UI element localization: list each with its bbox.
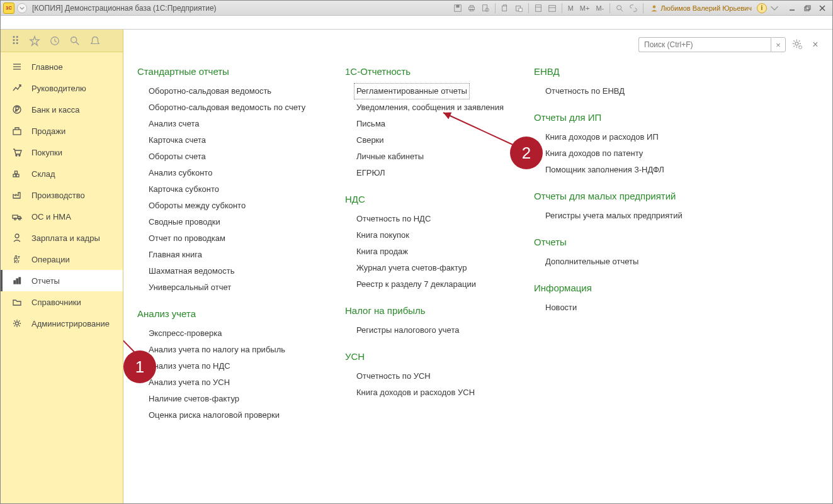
panel-close-button[interactable]: ×: [810, 39, 821, 50]
app-logo-icon: 1C: [3, 3, 14, 14]
sidebar-item-production[interactable]: Производство: [1, 184, 123, 206]
section: НДСОтчетность по НДСКнига покупокКнига п…: [345, 194, 509, 293]
info-button[interactable]: i: [757, 3, 767, 13]
svg-rect-7: [502, 6, 506, 11]
report-link[interactable]: Карточка субконто: [137, 181, 320, 198]
sidebar-item-reports[interactable]: Отчеты: [1, 270, 123, 291]
sidebar-item-purchases[interactable]: Покупки: [1, 142, 123, 163]
titlebar-menu-button[interactable]: [17, 3, 27, 13]
report-link[interactable]: Экспресс-проверка: [137, 325, 320, 342]
report-link[interactable]: Обороты между субконто: [137, 198, 320, 214]
report-link[interactable]: Обороты счета: [137, 148, 320, 165]
callout-1: 1: [123, 350, 156, 383]
svg-point-31: [19, 155, 20, 156]
calc-icon[interactable]: [532, 3, 545, 14]
favorite-icon[interactable]: [28, 35, 41, 47]
sidebar-item-label: Справочники: [31, 298, 81, 307]
report-link[interactable]: Отчетность по УСН: [345, 368, 509, 384]
window-close-button[interactable]: [815, 3, 830, 14]
history-icon[interactable]: [48, 35, 61, 47]
memory-mminus-button[interactable]: M-: [593, 4, 606, 12]
svg-line-45: [123, 286, 136, 354]
report-link[interactable]: Личные кабинеты: [345, 148, 509, 165]
report-link[interactable]: Оценка риска налоговой проверки: [137, 407, 320, 423]
report-link[interactable]: Регистры налогового учета: [345, 322, 509, 339]
sidebar-item-warehouse[interactable]: Склад: [1, 163, 123, 184]
report-link[interactable]: Дополнительные отчеты: [534, 254, 698, 270]
svg-rect-40: [16, 279, 18, 284]
info-dropdown-icon[interactable]: [768, 3, 781, 14]
report-link[interactable]: Книга доходов по патенту: [534, 145, 698, 162]
sidebar-item-main[interactable]: Главное: [1, 56, 123, 77]
report-link[interactable]: Сводные проводки: [137, 214, 320, 230]
report-link[interactable]: Отчетность по НДС: [345, 211, 509, 227]
sidebar-item-directories[interactable]: Справочники: [1, 291, 123, 313]
section: ОтчетыДополнительные отчеты: [534, 237, 698, 270]
titlebar: 1C [КОПИЯ] Демонстрационная база (1С:Пре…: [1, 1, 832, 16]
sidebar-item-operations[interactable]: ДтКтОперации: [1, 249, 123, 270]
report-link[interactable]: Книга покупок: [345, 227, 509, 244]
report-link[interactable]: Шахматная ведомость: [137, 263, 320, 279]
svg-point-37: [19, 218, 21, 220]
zoom-icon[interactable]: [613, 3, 626, 14]
section-title: Налог на прибыль: [345, 305, 509, 316]
report-link[interactable]: Книга доходов и расходов ИП: [534, 129, 698, 145]
apps-grid-icon[interactable]: ⠿: [8, 35, 21, 47]
box-out-icon: [11, 125, 23, 137]
report-link[interactable]: Регистры учета малых предприятий: [534, 208, 698, 224]
chart-icon: [11, 275, 23, 286]
sidebar-item-sales[interactable]: Продажи: [1, 120, 123, 142]
report-link[interactable]: Новости: [534, 300, 698, 316]
search-input[interactable]: [638, 37, 771, 52]
report-link[interactable]: Помощник заполнения 3-НДФЛ: [534, 162, 698, 178]
report-link[interactable]: Книга доходов и расходов УСН: [345, 384, 509, 401]
search-clear-button[interactable]: ×: [771, 37, 786, 52]
report-link[interactable]: Анализ учета по налогу на прибыль: [137, 342, 320, 358]
report-link[interactable]: ЕГРЮЛ: [345, 165, 509, 181]
sidebar-item-label: Администрирование: [31, 319, 110, 328]
report-link[interactable]: Анализ учета по НДС: [137, 358, 320, 374]
memory-mplus-button[interactable]: M+: [577, 4, 592, 12]
search-icon[interactable]: [69, 35, 81, 47]
report-link[interactable]: Оборотно-сальдовая ведомость по счету: [137, 99, 320, 116]
clipboard-paste-icon[interactable]: [513, 3, 525, 14]
clipboard-copy-icon[interactable]: [499, 3, 511, 14]
sidebar-item-bank[interactable]: Банк и касса: [1, 99, 123, 120]
bell-icon[interactable]: [89, 35, 101, 47]
report-link[interactable]: Карточка счета: [137, 132, 320, 148]
report-link[interactable]: Анализ счета: [137, 116, 320, 132]
report-link[interactable]: Реестр к разделу 7 декларации: [345, 276, 509, 293]
sidebar-item-payroll[interactable]: Зарплата и кадры: [1, 227, 123, 249]
save-icon[interactable]: [451, 3, 464, 14]
sidebar-item-assets[interactable]: ОС и НМА: [1, 206, 123, 227]
report-link[interactable]: Сверки: [345, 132, 509, 148]
report-link[interactable]: Анализ учета по УСН: [137, 374, 320, 391]
settings-gear-icon[interactable]: [791, 38, 805, 52]
report-link[interactable]: Универсальный отчет: [137, 279, 320, 296]
calendar-icon[interactable]: [546, 3, 558, 14]
report-link[interactable]: Регламентированные отчеты: [354, 83, 470, 99]
report-link[interactable]: Уведомления, сообщения и заявления: [345, 99, 509, 116]
section-title: Информация: [534, 283, 698, 293]
preview-icon[interactable]: [479, 3, 492, 14]
report-link[interactable]: Письма: [345, 116, 509, 132]
memory-m-button[interactable]: M: [565, 4, 576, 12]
user-icon: [650, 4, 658, 12]
report-link[interactable]: Книга продаж: [345, 244, 509, 260]
report-link[interactable]: Оборотно-сальдовая ведомость: [137, 83, 320, 99]
print-icon[interactable]: [465, 3, 478, 14]
report-link[interactable]: Главная книга: [137, 247, 320, 263]
report-link[interactable]: Журнал учета счетов-фактур: [345, 260, 509, 276]
report-link[interactable]: Наличие счетов-фактур: [137, 391, 320, 407]
report-link[interactable]: Отчетность по ЕНВД: [534, 83, 698, 99]
link-icon[interactable]: [627, 3, 640, 14]
window-minimize-button[interactable]: [785, 3, 800, 14]
svg-point-16: [653, 5, 656, 8]
sidebar-item-manager[interactable]: Руководителю: [1, 77, 123, 99]
window-restore-button[interactable]: [800, 3, 815, 14]
sidebar-item-admin[interactable]: Администрирование: [1, 313, 123, 334]
report-link[interactable]: Отчет по проводкам: [137, 230, 320, 247]
svg-rect-5: [482, 4, 487, 11]
user-badge[interactable]: Любимов Валерий Юрьевич: [650, 4, 752, 12]
report-link[interactable]: Анализ субконто: [137, 165, 320, 181]
